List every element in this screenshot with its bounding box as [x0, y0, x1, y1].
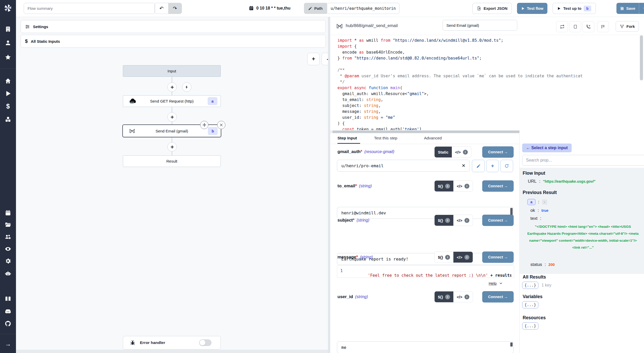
text-string-value[interactable]: "<!DOCTYPE html> <html lang="en"> <head>… [526, 223, 640, 251]
undo-button[interactable]: ↶ [155, 3, 168, 14]
user-icon[interactable] [5, 39, 11, 46]
mode-template[interactable]: ${}i [435, 181, 453, 191]
select-step-input-chip[interactable]: ← Select a step input [522, 144, 572, 152]
step-input-form: gmail_auth*(resource-gmail) Static </>i … [330, 144, 519, 353]
message-code-editor[interactable]: 1 'Feel free to check out the latest rep… [337, 265, 514, 278]
flow-input-url-row[interactable]: URL: "https://earthquake.usgs.gov/" [528, 179, 596, 184]
collapse-arrow-icon[interactable]: → [5, 341, 11, 347]
settings-gear-icon[interactable] [5, 258, 11, 264]
test-flow-button[interactable]: Test flow [517, 3, 547, 14]
step-name-input[interactable]: Send Email (gmail) [443, 20, 517, 31]
schedules-calendar-icon[interactable] [5, 209, 11, 216]
test-up-to-button[interactable]: Test up to b [553, 3, 596, 14]
sync-repeat-button[interactable] [556, 21, 568, 32]
add-trigger-bolt-button[interactable] [182, 82, 191, 92]
clear-resource-icon[interactable]: ✕ [462, 163, 465, 169]
tab-test-this-step[interactable]: Test this step [374, 136, 397, 140]
redo-button[interactable]: ↷ [168, 3, 182, 14]
schedule-display[interactable]: 0 10 18 * * tue,thu [249, 5, 291, 11]
collapse-dash-chip[interactable]: - [542, 199, 547, 205]
info-icon[interactable]: i [464, 295, 469, 299]
folders-icon[interactable] [5, 221, 11, 228]
add-step-button[interactable] [167, 142, 177, 152]
home-icon[interactable] [5, 78, 11, 84]
variables-dollar-icon[interactable]: $ [5, 103, 11, 110]
save-dropdown-button[interactable] [639, 3, 644, 14]
workers-robot-icon[interactable] [5, 270, 11, 277]
favorites-star-icon[interactable] [5, 54, 11, 61]
info-icon[interactable]: i [445, 255, 450, 260]
code-lines[interactable]: import * as wmill from "https://deno.lan… [337, 38, 641, 130]
textarea-scroll-thumb[interactable] [510, 342, 513, 347]
flow-node-input[interactable]: Input [123, 65, 221, 77]
connect-button-message[interactable]: Connect → [482, 251, 514, 263]
step-input-props-panel: ← Select a step input Search prop... Flo… [519, 130, 644, 353]
refresh-resource-button[interactable] [500, 160, 513, 172]
audit-eye-icon[interactable] [5, 246, 11, 252]
user-id-input[interactable]: me [337, 341, 514, 353]
all-results-expander[interactable]: {...} [522, 282, 538, 289]
info-icon[interactable]: i [464, 218, 469, 223]
flow-node-result[interactable]: Result [123, 155, 221, 167]
fork-button[interactable]: Fork [616, 21, 639, 32]
delete-node-button[interactable] [217, 121, 225, 129]
groups-users-icon[interactable] [5, 233, 11, 240]
windmill-logo-icon[interactable] [3, 3, 13, 13]
all-static-inputs-bar[interactable]: $ All Static Inputs [21, 35, 326, 48]
resources-cubes-icon[interactable] [5, 116, 11, 123]
add-step-button[interactable] [167, 82, 177, 92]
path-edit-button[interactable]: Path [304, 3, 327, 14]
hub-script-path[interactable]: hub/868/gmail/_send_email [346, 23, 398, 28]
flow-settings-bar[interactable]: Settings [21, 20, 326, 33]
result-a-badge[interactable]: a [527, 199, 536, 205]
discord-icon[interactable] [5, 308, 11, 315]
info-icon[interactable]: i [463, 150, 468, 155]
info-icon[interactable]: i [464, 255, 469, 260]
tab-step-input[interactable]: Step Input [337, 136, 357, 140]
mode-javascript[interactable]: </>i [453, 291, 473, 302]
gmail-auth-resource-input[interactable]: u/henri/pro-email ✕ [337, 160, 470, 172]
move-node-handle[interactable] [200, 121, 208, 129]
info-icon[interactable]: i [464, 184, 469, 189]
flow-node-http[interactable]: HTTP Send GET Request (http) a [123, 95, 221, 107]
mode-javascript[interactable]: </>i [453, 252, 473, 263]
flow-summary-input[interactable]: Flow summary [24, 3, 155, 14]
flow-path-value[interactable]: u/henri/earthquake_monitorin [327, 3, 400, 14]
info-icon[interactable]: i [445, 218, 450, 223]
github-icon[interactable] [5, 320, 11, 327]
help-link[interactable]: Help [489, 281, 503, 285]
connect-button-subject[interactable]: Connect → [482, 215, 514, 226]
resources-expander[interactable]: {...} [522, 322, 538, 330]
mode-javascript[interactable]: </>i [453, 181, 473, 191]
connect-button-gmail-auth[interactable]: Connect → [482, 146, 514, 158]
connect-button-to-email[interactable]: Connect → [482, 180, 514, 192]
workspace-building-icon[interactable] [5, 26, 11, 32]
code-vertical-scrollbar[interactable] [640, 35, 643, 80]
search-prop-input[interactable]: Search prop... [522, 155, 644, 166]
panel-resize-handle[interactable] [328, 17, 330, 353]
info-icon[interactable]: i [445, 295, 450, 299]
mode-template[interactable]: ${}i [435, 252, 453, 263]
add-resource-button[interactable]: + [486, 160, 499, 172]
phone-incoming-button[interactable] [582, 21, 594, 32]
box-button[interactable] [569, 21, 581, 32]
mode-template[interactable]: ${}i [435, 215, 453, 226]
flag-button[interactable] [597, 21, 609, 32]
save-button[interactable]: Save [616, 3, 639, 14]
connect-button-user-id[interactable]: Connect → [482, 291, 514, 302]
error-handler-card[interactable]: Error handler [123, 336, 221, 349]
zoom-in-button[interactable]: + [307, 53, 320, 65]
error-handler-toggle[interactable] [199, 339, 211, 346]
variables-expander[interactable]: {...} [522, 301, 538, 308]
mode-template[interactable]: ${}i [435, 291, 453, 302]
mode-static[interactable]: Static [435, 147, 452, 157]
info-icon[interactable]: i [445, 184, 450, 189]
mode-javascript[interactable]: </>i [453, 215, 473, 226]
docs-book-icon[interactable] [5, 296, 11, 302]
export-json-button[interactable]: Export JSON [472, 3, 512, 14]
runs-play-icon[interactable] [5, 90, 11, 97]
tab-advanced[interactable]: Advanced [424, 136, 442, 140]
edit-resource-button[interactable] [472, 160, 485, 172]
add-step-button[interactable] [167, 112, 177, 122]
mode-javascript[interactable]: </>i [452, 147, 471, 157]
